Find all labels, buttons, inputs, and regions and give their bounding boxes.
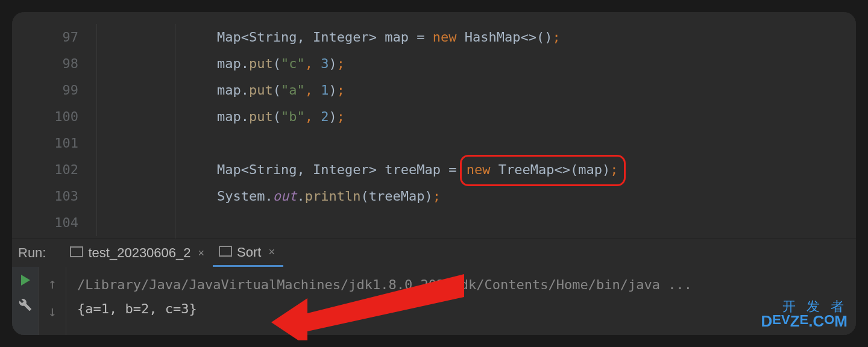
tab-icon [72,249,83,257]
console-cmdline: /Library/Java/JavaVirtualMachines/jdk1.8… [77,273,845,297]
code-line[interactable]: Map<String, Integer> map = new HashMap<>… [96,24,856,51]
line-number: 102 [12,157,78,183]
tab-close-icon[interactable]: × [198,247,205,260]
code-line[interactable]: Map<String, Integer> treeMap = new TreeM… [96,157,856,183]
code-content[interactable]: Map<String, Integer> map = new HashMap<>… [96,24,856,239]
line-number: 103 [12,183,78,210]
run-play-icon[interactable] [20,274,31,286]
tab-label: Sort [237,245,261,260]
wrench-icon[interactable] [19,298,32,311]
scroll-down-icon[interactable]: ↓ [48,303,57,320]
line-number: 97 [12,24,78,51]
tab-icon [221,248,232,257]
watermark: 开 发 者 DEVZE.COM [761,300,848,329]
watermark-line2: DEVZE.COM [761,313,848,329]
watermark-line1: 开 发 者 [761,300,848,313]
run-toolbar-secondary: ↑ ↓ [39,267,66,335]
line-number: 99 [12,77,78,104]
editor-area[interactable]: 97 98 99 100 101 102 103 104 Map<String,… [12,12,856,239]
run-panel: Run: test_20230606_2 × Sort × [12,239,856,335]
line-gutter: 97 98 99 100 101 102 103 104 [12,24,96,239]
line-number: 100 [12,104,78,130]
svg-marker-0 [21,275,30,286]
run-body: ↑ ↓ /Library/Java/JavaVirtualMachines/jd… [12,267,856,335]
code-line[interactable] [96,210,856,236]
highlight-annotation: new TreeMap<>(map); [460,155,626,186]
console-stdout: {a=1, b=2, c=3} [77,297,845,321]
scroll-up-icon[interactable]: ↑ [48,275,57,292]
code-line[interactable] [96,130,856,157]
run-toolbar-primary [12,267,39,335]
code-line[interactable]: System.out.println(treeMap); [96,183,856,210]
run-tab-test[interactable]: test_20230606_2 × [64,239,213,267]
console-output[interactable]: /Library/Java/JavaVirtualMachines/jdk1.8… [66,267,856,335]
run-panel-label: Run: [18,245,46,261]
tab-close-icon[interactable]: × [268,246,275,258]
line-number: 101 [12,130,78,157]
run-panel-header: Run: test_20230606_2 × Sort × [12,239,856,267]
line-number: 104 [12,210,78,236]
tab-label: test_20230606_2 [88,245,190,261]
code-line[interactable]: map.put("b", 2); [96,104,856,130]
code-line[interactable]: map.put("a", 1); [96,77,856,104]
ide-window: 97 98 99 100 101 102 103 104 Map<String,… [12,12,856,335]
line-number: 98 [12,51,78,77]
code-line[interactable]: map.put("c", 3); [96,51,856,77]
run-tab-sort[interactable]: Sort × [213,239,283,267]
